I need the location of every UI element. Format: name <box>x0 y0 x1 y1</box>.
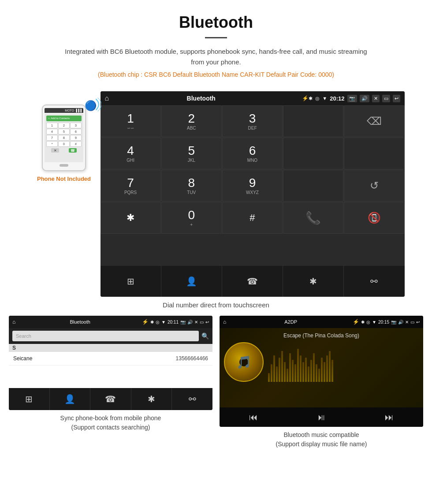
ms-title: A2DP <box>229 319 353 325</box>
dial-key-6[interactable]: 6MNO <box>222 138 283 169</box>
pb-nav-bt[interactable]: ✱ <box>131 388 172 410</box>
music-equalizer <box>268 342 419 382</box>
nav-dialpad[interactable]: ⊞ <box>101 266 161 297</box>
bluetooth-status-icon: ✱ <box>309 96 313 101</box>
back-icon[interactable]: ↩ <box>393 95 400 102</box>
phone-body: MOTO ▐▐▐ ＋ Add to Contacts 1 2 3 4 5 6 7… <box>42 105 86 171</box>
music-note-icon: 🎵 <box>236 355 252 370</box>
contact-number: 13566664466 <box>176 355 208 362</box>
pb-home-icon[interactable]: ⌂ <box>12 319 15 325</box>
ms-win[interactable]: ▭ <box>410 320 414 325</box>
eq-bar <box>331 360 333 382</box>
ms-x[interactable]: ✕ <box>405 320 409 325</box>
phonebook-contact-row[interactable]: Seicane 13566664466 <box>9 352 212 366</box>
search-placeholder: Search <box>16 333 31 339</box>
dial-key-8[interactable]: 8TUV <box>161 170 222 202</box>
camera-icon[interactable]: 📷 <box>347 95 357 102</box>
hangup-button[interactable]: 📵 <box>344 202 404 234</box>
bluetooth-signal-icon: 🔵 <box>84 96 101 113</box>
pb-signal: ▼ <box>161 320 166 325</box>
dial-key-5[interactable]: 5JKL <box>161 138 222 169</box>
dial-key-0[interactable]: 0+ <box>161 202 222 234</box>
phonebook-status-bar: ⌂ Bluetooth ⚡ ✱ ◎ ▼ 20:11 📷 🔊 ✕ ▭ ↩ <box>9 316 212 328</box>
pb-usb-icon: ⚡ <box>142 319 149 325</box>
eq-bar <box>318 369 320 382</box>
window-icon[interactable]: ▭ <box>382 95 390 102</box>
status-right-icons: ✱ ◎ ▼ 20:12 📷 🔊 ✕ ▭ ↩ <box>309 95 400 102</box>
dial-key-star[interactable]: ✱ <box>101 202 161 234</box>
eq-bar <box>279 358 280 382</box>
pb-win[interactable]: ▭ <box>200 320 204 325</box>
dial-key-1[interactable]: 1∽∽ <box>101 105 161 137</box>
car-screen-title: Bluetooth <box>113 95 289 102</box>
signal-icon: ▼ <box>322 96 327 101</box>
eq-bar <box>294 364 296 382</box>
phonebook-screenshot-block: ⌂ Bluetooth ⚡ ✱ ◎ ▼ 20:11 📷 🔊 ✕ ▭ ↩ <box>9 316 212 449</box>
phonebook-search-bar: Search 🔍 <box>9 328 212 344</box>
eq-bar <box>281 351 283 382</box>
phonebook-search-input[interactable]: Search <box>12 331 199 341</box>
prev-track-button[interactable]: ⏮ <box>249 412 258 422</box>
eq-bar <box>324 362 325 382</box>
ms-back[interactable]: ↩ <box>416 320 420 325</box>
pb-nav-dialpad[interactable]: ⊞ <box>9 388 50 410</box>
pb-vol[interactable]: 🔊 <box>187 320 193 325</box>
pb-cam[interactable]: 📷 <box>180 320 186 325</box>
pb-right-icons: ✱ ◎ ▼ 20:11 📷 🔊 ✕ ▭ ↩ <box>150 320 209 325</box>
car-screen-main: ⌂ Bluetooth ⚡ ✱ ◎ ▼ 20:12 📷 🔊 ✕ ▭ ↩ 1∽∽ <box>101 91 405 297</box>
nav-call[interactable]: ☎ <box>222 266 283 297</box>
pb-nav-link[interactable]: ⚯ <box>172 388 212 410</box>
refresh-button[interactable]: ↺ <box>344 170 404 202</box>
eq-bar <box>287 369 288 382</box>
call-button[interactable]: 📞 <box>283 202 343 234</box>
volume-icon[interactable]: 🔊 <box>360 95 369 102</box>
dial-key-hash[interactable]: # <box>222 202 283 234</box>
home-icon[interactable]: ⌂ <box>105 94 109 102</box>
nav-bluetooth[interactable]: ✱ <box>283 266 344 297</box>
page-header: Bluetooth Integrated with BC6 Bluetooth … <box>0 0 432 91</box>
bottom-screenshots: ⌂ Bluetooth ⚡ ✱ ◎ ▼ 20:11 📷 🔊 ✕ ▭ ↩ <box>0 316 432 449</box>
next-track-button[interactable]: ⏭ <box>385 412 394 422</box>
eq-bar <box>273 355 275 382</box>
pb-nav-contacts[interactable]: 👤 <box>50 388 91 410</box>
title-divider <box>205 37 227 38</box>
phone-screen: ＋ Add to Contacts 1 2 3 4 5 6 7 8 9 * 0 … <box>45 114 83 162</box>
nav-contacts[interactable]: 👤 <box>161 266 222 297</box>
page-title: Bluetooth <box>9 13 423 32</box>
phonebook-bottom-nav: ⊞ 👤 ☎ ✱ ⚯ <box>9 388 212 410</box>
ms-vol[interactable]: 🔊 <box>398 320 403 325</box>
phonebook-caption-line1: Sync phone-book from mobile phone <box>60 414 161 422</box>
svg-text:🔵: 🔵 <box>85 100 97 112</box>
dial-key-3[interactable]: 3DEF <box>222 105 283 137</box>
eq-bar <box>268 373 270 382</box>
eq-bar <box>300 355 302 382</box>
eq-bar <box>297 349 299 382</box>
ms-signal: ▼ <box>372 320 376 325</box>
search-icon[interactable]: 🔍 <box>201 332 209 340</box>
phone-keypad: 1 2 3 4 5 6 7 8 9 * 0 # <box>46 123 82 147</box>
dial-key-7[interactable]: 7PQRS <box>101 170 161 202</box>
pb-x[interactable]: ✕ <box>194 320 198 325</box>
eq-bar <box>305 358 307 382</box>
music-status-bar: ⌂ A2DP ⚡ ✱ ◎ ▼ 20:15 📷 🔊 ✕ ▭ ↩ <box>220 316 423 328</box>
pb-back[interactable]: ↩ <box>205 320 209 325</box>
ms-home-icon[interactable]: ⌂ <box>223 319 226 325</box>
ms-loc-icon: ◎ <box>366 320 370 325</box>
play-pause-button[interactable]: ⏯ <box>317 412 326 422</box>
eq-bar <box>321 358 323 382</box>
usb-icon: ⚡ <box>302 95 309 101</box>
backspace-button[interactable]: ⌫ <box>344 105 404 137</box>
ms-cam[interactable]: 📷 <box>391 320 396 325</box>
dial-key-4[interactable]: 4GHI <box>101 138 161 169</box>
dial-key-9[interactable]: 9WXYZ <box>222 170 283 202</box>
close-icon[interactable]: ✕ <box>372 95 380 102</box>
phone-key-2: 2 <box>58 123 70 128</box>
nav-link[interactable]: ⚯ <box>344 266 404 297</box>
eq-bar <box>302 362 304 382</box>
music-screen: ⌂ A2DP ⚡ ✱ ◎ ▼ 20:15 📷 🔊 ✕ ▭ ↩ Escape (T… <box>220 316 423 427</box>
pb-nav-call[interactable]: ☎ <box>90 388 131 410</box>
pb-time: 20:11 <box>168 320 179 325</box>
phonebook-letter-s: S <box>9 344 212 352</box>
pb-loc-icon: ◎ <box>156 320 160 325</box>
dial-key-2[interactable]: 2ABC <box>161 105 222 137</box>
